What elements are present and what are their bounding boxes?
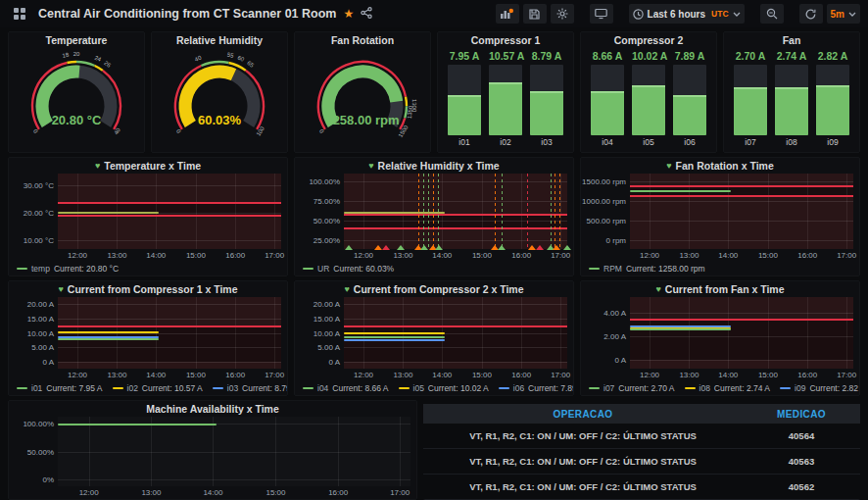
refresh-icon[interactable]	[799, 4, 823, 24]
panel-title[interactable]: ♥Relative Humidity x Time	[295, 158, 573, 174]
chart-body: 30.00 °C20.00 °C10.00 °C	[9, 174, 287, 249]
legend-item[interactable]: i06Current: 7.89 A	[499, 383, 573, 393]
panel-title[interactable]: Relative Humidity	[152, 32, 287, 48]
bar-column: 2.82 Ai09	[816, 50, 849, 148]
legend-series-value: Current: 2.74 A	[714, 383, 770, 393]
panel-title[interactable]: ♥Current from Compressor 2 x Time	[295, 281, 573, 297]
table-cell-medicao: 40564	[743, 430, 860, 441]
svg-text:1350: 1350	[407, 105, 414, 120]
panel-title[interactable]: Fan	[724, 32, 859, 48]
bar-value: 10.02 A	[632, 50, 665, 65]
legend-item[interactable]: RPMCurrent: 1258.00 rpm	[589, 264, 705, 274]
panel-title[interactable]: Temperature	[9, 32, 144, 48]
gridline-v	[274, 297, 275, 369]
legend-series-name: i01	[31, 383, 42, 393]
x-axis: 12:0013:0014:0015:0016:0017:00	[630, 369, 853, 381]
grafana-dashboard: Central Air Conditioning from CT Scanner…	[0, 0, 868, 500]
legend-item[interactable]: i07Current: 2.70 A	[589, 383, 675, 393]
bar-label: i07	[734, 135, 767, 148]
panel-title[interactable]: ♥Current from Compressor 1 x Time	[9, 281, 287, 297]
gridline-v	[89, 417, 90, 486]
legend-item[interactable]: i05Current: 10.02 A	[399, 383, 489, 393]
table-cell-operacao: VT, R1, R2, C1: ON / UM: OFF / C2: ÚLTIM…	[423, 456, 743, 467]
annotation-line[interactable]	[559, 174, 560, 249]
legend-item[interactable]: i01Current: 7.95 A	[17, 383, 103, 393]
plot-area[interactable]	[58, 297, 281, 369]
legend-item[interactable]: URCurrent: 60.03%	[303, 264, 394, 274]
save-dashboard-icon[interactable]	[523, 4, 547, 24]
x-tick-label: 17:00	[551, 371, 570, 379]
time-range-picker[interactable]: Last 6 hours UTC	[629, 4, 745, 24]
legend-item[interactable]: i03Current: 8.79 A	[213, 383, 287, 393]
panel-title[interactable]: Compressor 2	[581, 32, 716, 48]
y-tick-label: 15.00 A	[27, 314, 54, 323]
x-axis: 12:0013:0014:0015:0016:0017:00	[344, 369, 567, 381]
panel-title-text: Current from Compressor 2 x Time	[354, 283, 524, 295]
x-tick-label: 15:00	[472, 371, 492, 379]
bar-label: i09	[816, 135, 849, 148]
plot-area[interactable]	[344, 297, 567, 369]
legend-series-value: Current: 10.57 A	[142, 383, 203, 393]
legend-item[interactable]: i08Current: 2.74 A	[685, 383, 771, 393]
plot-area[interactable]	[344, 174, 567, 249]
bar-label: i06	[673, 135, 706, 148]
table-column-header[interactable]: MEDICAO	[743, 409, 860, 420]
refresh-interval-select[interactable]: 5m	[827, 4, 860, 24]
threshold-line	[58, 202, 281, 204]
bar-column: 2.70 Ai07	[734, 50, 767, 148]
annotation-line[interactable]	[555, 174, 555, 249]
gridline-v	[235, 297, 236, 369]
gridline-v	[560, 297, 561, 369]
plot-area[interactable]	[58, 417, 410, 486]
table-column-header[interactable]: OPERACAO	[423, 409, 743, 420]
add-panel-icon[interactable]	[496, 4, 519, 24]
panel-title[interactable]: Machine Availability x Time	[9, 401, 416, 417]
settings-gear-icon[interactable]	[551, 4, 574, 24]
status-table-panel: OPERACAOMEDICAO VT, R1, R2, C1: ON / UM:…	[423, 400, 860, 500]
bar-label: i01	[448, 135, 481, 148]
legend-item[interactable]: i09Current: 2.82 A	[780, 383, 859, 393]
star-icon[interactable]: ★	[343, 8, 354, 20]
annotation-line[interactable]	[495, 174, 496, 249]
panel-title[interactable]: Compressor 1	[438, 32, 573, 48]
y-tick-label: 100.00%	[23, 420, 54, 428]
y-tick-label: 500.00 rpm	[587, 216, 626, 225]
gauge-panel-3: Fan Rotation01300135015001258.00 rpm	[294, 31, 431, 153]
bar-column: 8.66 Ai04	[591, 50, 624, 148]
gridline-h	[630, 221, 853, 222]
plot-area[interactable]	[630, 174, 853, 249]
gridline-h	[58, 240, 281, 241]
panel-title[interactable]: ♥Temperature x Time	[9, 158, 287, 174]
tv-mode-icon[interactable]	[590, 4, 613, 24]
legend-item[interactable]: i02Current: 10.57 A	[113, 383, 203, 393]
annotation-line[interactable]	[551, 174, 552, 249]
gridline-v	[213, 417, 214, 486]
bar-fill	[530, 91, 563, 135]
y-axis: 100.00%50.00%0%	[9, 417, 58, 486]
legend-item[interactable]: i04Current: 8.66 A	[303, 383, 389, 393]
y-axis: 20.00 A15.00 A10.00 A5.00 A0 A	[295, 297, 344, 369]
legend-series-name: i08	[699, 383, 710, 393]
zoom-out-icon[interactable]	[760, 4, 784, 24]
panel-title[interactable]: Fan Rotation	[295, 32, 430, 48]
plot-area[interactable]	[630, 297, 853, 369]
panel-title[interactable]: ♥Current from Fan x Time	[581, 281, 859, 297]
x-tick-label: 15:00	[758, 371, 778, 379]
legend-series-value: Current: 60.03%	[333, 264, 394, 274]
dashboards-grid-icon[interactable]	[8, 4, 31, 24]
annotation-line[interactable]	[527, 174, 528, 249]
panel-title[interactable]: ♥Fan Rotation x Time	[581, 158, 859, 174]
y-tick-label: 10.00 °C	[24, 235, 54, 244]
x-tick-label: 13:00	[679, 251, 699, 260]
legend-color	[780, 387, 791, 389]
bar-value: 7.95 A	[448, 50, 481, 65]
y-tick-label: 20.00 A	[313, 300, 340, 309]
legend-series-value: Current: 7.89 A	[528, 383, 573, 393]
x-tick-label: 17:00	[837, 251, 856, 260]
gridline-v	[728, 297, 729, 369]
share-icon[interactable]	[361, 5, 372, 23]
x-axis: 12:0013:0014:0015:0016:0017:00	[58, 369, 281, 381]
plot-area[interactable]	[58, 174, 281, 249]
annotation-line[interactable]	[502, 174, 503, 249]
legend-item[interactable]: tempCurrent: 20.80 °C	[17, 264, 119, 274]
